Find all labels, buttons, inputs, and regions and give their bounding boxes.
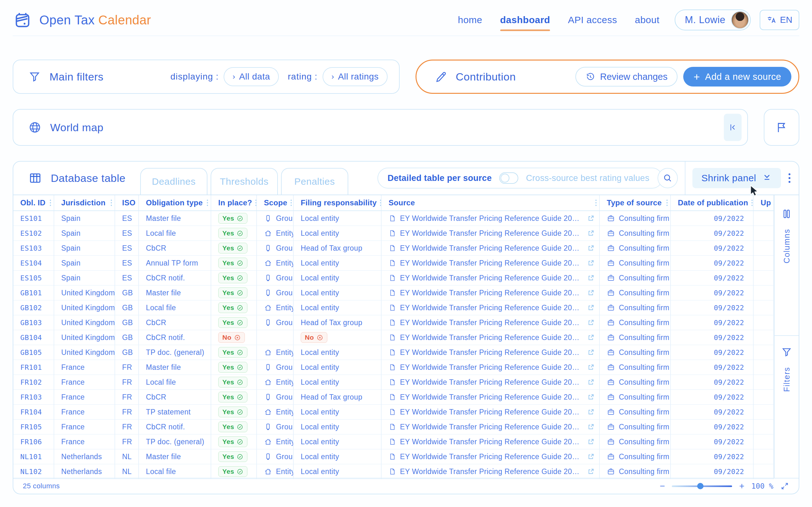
external-link-icon[interactable]	[587, 349, 595, 356]
displaying-pill[interactable]: ›All data	[223, 67, 279, 86]
language-button[interactable]: EN	[760, 10, 799, 30]
table-row[interactable]: ES102SpainESLocal fileYes EntityLocal en…	[13, 226, 774, 241]
expand-table-button[interactable]	[780, 482, 789, 491]
external-link-icon[interactable]	[587, 304, 595, 312]
mode-toggle-switch[interactable]	[499, 172, 518, 184]
table-row[interactable]: NL101NetherlandsNLMaster fileYes GroupLo…	[13, 449, 774, 464]
external-link-icon[interactable]	[587, 378, 595, 386]
cell-source-link[interactable]: EY Worldwide Transfer Pricing Reference …	[382, 241, 600, 256]
column-header-obligation-type[interactable]: Obligation type	[139, 195, 211, 210]
cell-source-link[interactable]: EY Worldwide Transfer Pricing Reference …	[382, 300, 600, 315]
table-row[interactable]: FR103FranceFRCbCRYes GroupHead of Tax gr…	[13, 390, 774, 405]
table-row[interactable]: GB101United KingdomGBMaster fileYes Grou…	[13, 285, 774, 300]
column-header-type-of-source[interactable]: Type of source	[600, 195, 671, 210]
external-link-icon[interactable]	[587, 215, 595, 222]
cell-source-link[interactable]: EY Worldwide Transfer Pricing Reference …	[382, 435, 600, 449]
column-header-iso[interactable]: ISO	[115, 195, 139, 210]
external-link-icon[interactable]	[587, 274, 595, 282]
zoom-out-button[interactable]: −	[660, 482, 665, 491]
cell-source-link[interactable]: EY Worldwide Transfer Pricing Reference …	[382, 390, 600, 404]
cell-source-link[interactable]: EY Worldwide Transfer Pricing Reference …	[382, 330, 600, 345]
column-header-scope[interactable]: Scope	[257, 195, 294, 210]
zoom-in-button[interactable]: +	[739, 482, 744, 491]
table-row[interactable]: ES105SpainESCbCR notif.Yes GroupLocal en…	[13, 271, 774, 285]
column-menu-icon[interactable]	[380, 199, 381, 207]
table-row[interactable]: ES103SpainESCbCRYes GroupHead of Tax gro…	[13, 241, 774, 256]
nav-about[interactable]: about	[635, 14, 659, 25]
nav-api-access[interactable]: API access	[568, 14, 617, 25]
external-link-icon[interactable]	[587, 319, 595, 326]
table-row[interactable]: FR106FranceFRTP doc. (general)Yes Entity…	[13, 435, 774, 449]
app-logo[interactable]: Open Tax Calendar	[13, 10, 151, 30]
table-row[interactable]: FR105FranceFRCbCR notif.Yes GroupLocal e…	[13, 419, 774, 435]
shrink-panel-button[interactable]: Shrink panel	[693, 168, 781, 188]
cell-source-link[interactable]: EY Worldwide Transfer Pricing Reference …	[382, 360, 600, 375]
nav-home[interactable]: home	[458, 14, 483, 25]
column-menu-icon[interactable]	[291, 199, 292, 207]
column-header-in-place-[interactable]: In place?	[211, 195, 257, 210]
review-changes-button[interactable]: Review changes	[575, 67, 678, 87]
column-header-jurisdiction[interactable]: Jurisdiction	[54, 195, 115, 210]
column-menu-icon[interactable]	[666, 199, 668, 207]
column-header-source[interactable]: Source	[382, 195, 600, 210]
cell-source-link[interactable]: EY Worldwide Transfer Pricing Reference …	[382, 419, 600, 434]
cell-source-link[interactable]: EY Worldwide Transfer Pricing Reference …	[382, 271, 600, 285]
cell-source-link[interactable]: EY Worldwide Transfer Pricing Reference …	[382, 375, 600, 389]
column-menu-icon[interactable]	[255, 199, 257, 207]
column-header-up[interactable]: Up	[754, 195, 774, 210]
sidebar-columns-button[interactable]: Columns	[774, 195, 799, 336]
table-row[interactable]: GB103United KingdomGBCbCRYes GroupHead o…	[13, 315, 774, 330]
external-link-icon[interactable]	[587, 453, 595, 460]
table-row[interactable]: FR104FranceFRTP statementYes EntityLocal…	[13, 405, 774, 419]
zoom-slider[interactable]	[672, 483, 732, 489]
zoom-slider-thumb[interactable]	[697, 483, 704, 489]
external-link-icon[interactable]	[587, 244, 595, 252]
tab-penalties[interactable]: Penalties	[281, 168, 348, 194]
search-button[interactable]	[658, 168, 678, 188]
external-link-icon[interactable]	[587, 393, 595, 401]
cell-source-link[interactable]: EY Worldwide Transfer Pricing Reference …	[382, 256, 600, 270]
flag-panel-button[interactable]	[764, 109, 799, 146]
table-row[interactable]: GB104United KingdomGBCbCR notif.No No EY…	[13, 330, 774, 345]
column-menu-icon[interactable]	[751, 199, 753, 207]
column-menu-icon[interactable]	[111, 199, 112, 207]
cell-source-link[interactable]: EY Worldwide Transfer Pricing Reference …	[382, 345, 600, 360]
add-new-source-button[interactable]: + Add a new source	[683, 67, 792, 87]
cell-source-link[interactable]: EY Worldwide Transfer Pricing Reference …	[382, 405, 600, 419]
external-link-icon[interactable]	[587, 229, 595, 237]
external-link-icon[interactable]	[587, 363, 595, 371]
user-menu[interactable]: M. Lowie	[675, 9, 751, 31]
column-menu-icon[interactable]	[595, 199, 597, 207]
cell-source-link[interactable]: EY Worldwide Transfer Pricing Reference …	[382, 211, 600, 226]
external-link-icon[interactable]	[587, 423, 595, 431]
column-header-obl-id[interactable]: Obl. ID	[13, 195, 54, 210]
sidebar-filters-button[interactable]: Filters	[781, 336, 792, 392]
column-header-date-of-publication[interactable]: Date of publication	[671, 195, 754, 210]
external-link-icon[interactable]	[587, 408, 595, 416]
column-menu-icon[interactable]	[50, 199, 51, 207]
table-row[interactable]: GB105United KingdomGBTP doc. (general)Ye…	[13, 345, 774, 360]
rating-pill[interactable]: ›All ratings	[322, 67, 388, 86]
external-link-icon[interactable]	[587, 468, 595, 475]
table-row[interactable]: GB102United KingdomGBLocal fileYes Entit…	[13, 300, 774, 315]
collapse-map-button[interactable]	[724, 114, 742, 141]
cell-source-link[interactable]: EY Worldwide Transfer Pricing Reference …	[382, 464, 600, 479]
cell-source-link[interactable]: EY Worldwide Transfer Pricing Reference …	[382, 449, 600, 464]
external-link-icon[interactable]	[587, 438, 595, 446]
nav-dashboard[interactable]: dashboard	[500, 14, 550, 25]
table-row[interactable]: FR101FranceFRMaster fileYes GroupLocal e…	[13, 360, 774, 375]
panel-menu-button[interactable]	[789, 173, 791, 183]
tab-deadlines[interactable]: Deadlines	[140, 168, 207, 194]
cell-source-link[interactable]: EY Worldwide Transfer Pricing Reference …	[382, 315, 600, 330]
cell-source-link[interactable]: EY Worldwide Transfer Pricing Reference …	[382, 285, 600, 300]
column-header-filing-responsability[interactable]: Filing responsability	[294, 195, 382, 210]
external-link-icon[interactable]	[587, 334, 595, 341]
table-row[interactable]: ES101SpainESMaster fileYes GroupLocal en…	[13, 211, 774, 226]
column-menu-icon[interactable]	[207, 199, 208, 207]
tab-thresholds[interactable]: Thresholds	[211, 168, 278, 194]
external-link-icon[interactable]	[587, 259, 595, 267]
table-row[interactable]: ES104SpainESAnnual TP formYes EntityLoca…	[13, 256, 774, 271]
table-row[interactable]: FR102FranceFRLocal fileYes EntityLocal e…	[13, 375, 774, 390]
cell-source-link[interactable]: EY Worldwide Transfer Pricing Reference …	[382, 226, 600, 240]
external-link-icon[interactable]	[587, 289, 595, 297]
